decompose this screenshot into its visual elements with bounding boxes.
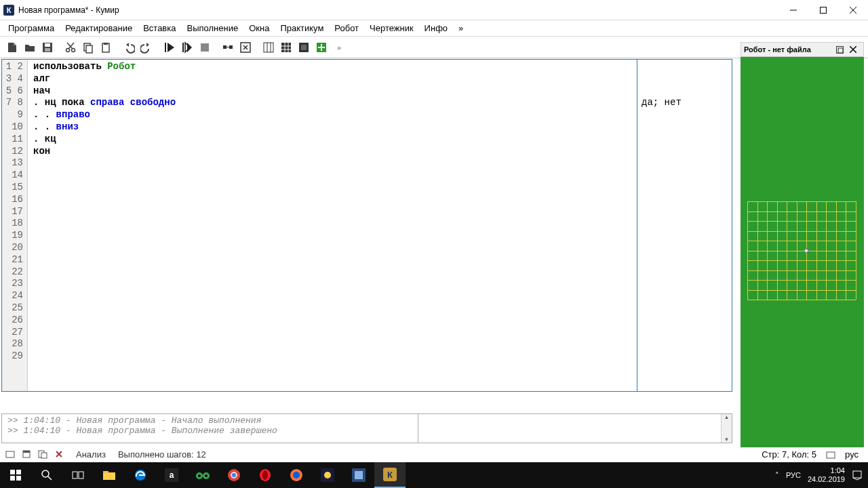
system-tray: ˄ РУС 1:04 24.02.2019 <box>775 466 868 484</box>
svg-rect-47 <box>10 476 15 481</box>
svg-rect-5 <box>45 43 50 47</box>
taskview-button[interactable] <box>62 462 94 488</box>
menu-run[interactable]: Выполнение <box>181 22 243 35</box>
menu-more[interactable]: » <box>453 22 469 35</box>
window-minimize-button[interactable] <box>778 0 808 20</box>
view-3-button[interactable] <box>296 39 312 56</box>
console-output[interactable]: >> 1:04:10 - Новая программа - Начало вы… <box>2 414 418 443</box>
robot-field[interactable] <box>741 57 864 447</box>
window-close-button[interactable] <box>838 0 868 20</box>
run-button[interactable] <box>161 39 178 56</box>
line-gutter: 1 2 3 4 5 6 7 8 9 10 11 12 13 14 15 16 1… <box>2 60 28 391</box>
svg-rect-42 <box>838 48 843 53</box>
window-maximize-button[interactable] <box>808 0 838 20</box>
open-file-button[interactable] <box>22 39 38 56</box>
copy-button[interactable] <box>80 39 96 56</box>
svg-rect-31 <box>301 45 307 50</box>
menu-windows[interactable]: Окна <box>243 22 275 35</box>
paste-button[interactable] <box>98 39 114 56</box>
svg-rect-48 <box>16 476 21 481</box>
svg-point-60 <box>198 474 201 477</box>
tray-notifications-icon[interactable] <box>852 470 863 481</box>
status-icon-4[interactable] <box>54 449 64 459</box>
menu-program[interactable]: Программа <box>3 22 60 35</box>
task-kumir[interactable]: К <box>374 462 406 488</box>
view-2-button[interactable] <box>278 39 294 56</box>
tray-lang[interactable]: РУС <box>786 471 801 479</box>
window-title-bar: К Новая программа* - Кумир <box>0 0 868 20</box>
task-firefox[interactable] <box>281 462 312 488</box>
svg-rect-46 <box>16 470 21 474</box>
robot-panel-close-button[interactable] <box>850 46 861 53</box>
svg-rect-12 <box>86 45 92 53</box>
task-tripadvisor[interactable] <box>187 462 218 488</box>
tray-chevron-up-icon[interactable]: ˄ <box>775 471 779 480</box>
robot-panel-dock-button[interactable] <box>836 46 847 54</box>
new-file-button[interactable] <box>4 39 20 56</box>
task-app2[interactable] <box>343 462 374 488</box>
step-button[interactable] <box>179 39 195 56</box>
svg-point-66 <box>262 470 268 480</box>
svg-rect-75 <box>853 471 861 478</box>
svg-rect-15 <box>165 43 166 52</box>
svg-point-49 <box>42 470 49 477</box>
code-area[interactable]: использовать Роботалгнач. нц пока справа… <box>28 60 637 391</box>
task-edge[interactable] <box>125 462 156 488</box>
svg-rect-25 <box>281 43 291 52</box>
console-divider <box>418 414 418 443</box>
search-button[interactable] <box>31 462 62 488</box>
start-button[interactable] <box>0 462 31 488</box>
task-amazon[interactable]: a <box>156 462 187 488</box>
svg-rect-16 <box>182 43 184 52</box>
robot-panel-title: Робот - нет файла <box>744 45 833 54</box>
svg-rect-17 <box>201 43 209 52</box>
view-4-button[interactable] <box>313 39 330 56</box>
status-icons <box>5 449 64 459</box>
task-opera[interactable] <box>250 462 281 488</box>
svg-rect-41 <box>837 46 844 53</box>
svg-point-70 <box>324 472 331 479</box>
cut-button[interactable] <box>62 39 79 56</box>
svg-rect-45 <box>10 470 15 474</box>
svg-rect-19 <box>229 45 233 49</box>
app-icon: К <box>3 5 14 16</box>
task-chrome[interactable] <box>218 462 250 488</box>
status-bar: Анализ Выполнено шагов: 12 <box>1 446 732 462</box>
menu-drawer[interactable]: Чертежник <box>364 22 419 35</box>
tool-b-button[interactable] <box>237 39 254 56</box>
menu-robot[interactable]: Робот <box>329 22 364 35</box>
svg-rect-54 <box>103 471 108 473</box>
status-icon-3[interactable] <box>38 449 47 459</box>
svg-rect-22 <box>264 43 273 52</box>
menu-bar: Программа Редактирование Вставка Выполне… <box>0 20 868 37</box>
svg-rect-37 <box>23 451 30 453</box>
toolbar-more[interactable]: » <box>331 39 347 56</box>
task-explorer[interactable] <box>94 462 125 488</box>
main-area: 1 2 3 4 5 6 7 8 9 10 11 12 13 14 15 16 1… <box>1 59 732 462</box>
menu-insert[interactable]: Вставка <box>138 22 181 35</box>
window-title: Новая программа* - Кумир <box>18 5 778 15</box>
task-app1[interactable] <box>312 462 343 488</box>
tool-a-button[interactable] <box>220 39 236 56</box>
undo-button[interactable] <box>121 39 137 56</box>
menu-practice[interactable]: Практикум <box>275 22 329 35</box>
redo-button[interactable] <box>138 39 155 56</box>
robot-panel-header: Робот - нет файла <box>741 42 864 57</box>
svg-rect-39 <box>41 453 47 458</box>
save-file-button[interactable] <box>39 39 56 56</box>
svg-text:a: a <box>170 470 174 480</box>
console-scrollbar[interactable]: ▲▼ <box>721 414 732 443</box>
status-icon-2[interactable] <box>22 449 31 459</box>
svg-rect-51 <box>73 472 77 479</box>
view-1-button[interactable] <box>260 39 277 56</box>
tray-clock[interactable]: 1:04 24.02.2019 <box>808 466 845 484</box>
stop-button[interactable] <box>197 39 213 56</box>
svg-rect-6 <box>45 48 50 52</box>
svg-rect-40 <box>827 452 835 458</box>
menu-edit[interactable]: Редактирование <box>60 22 138 35</box>
robot-panel: Робот - нет файла <box>741 42 864 447</box>
menu-info[interactable]: Инфо <box>419 22 453 35</box>
svg-point-61 <box>205 474 208 477</box>
svg-line-50 <box>48 476 52 480</box>
status-icon-1[interactable] <box>5 449 15 459</box>
